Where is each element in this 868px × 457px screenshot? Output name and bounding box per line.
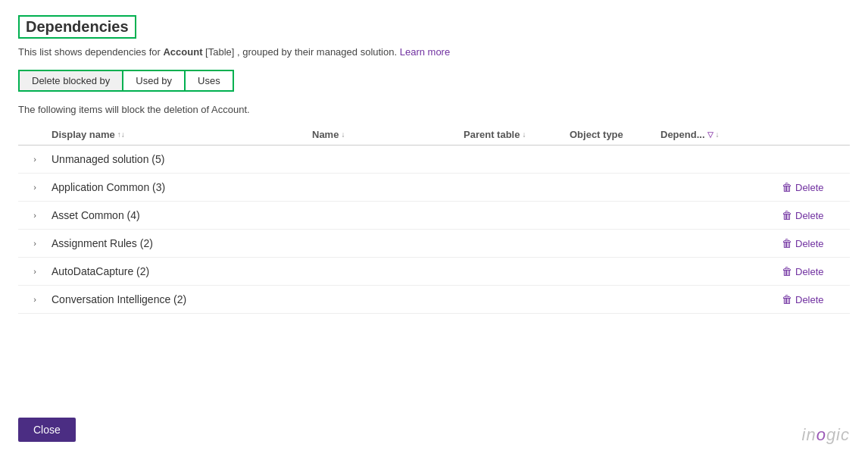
expand-button[interactable]: ›	[18, 155, 52, 164]
expand-button[interactable]: ›	[18, 183, 52, 192]
description-text: This list shows dependencies for Account…	[18, 46, 850, 58]
chevron-right-icon: ›	[33, 183, 36, 192]
chevron-right-icon: ›	[33, 295, 36, 304]
trash-icon: 🗑	[782, 265, 792, 277]
expand-button[interactable]: ›	[18, 211, 52, 220]
trash-icon: 🗑	[782, 181, 792, 193]
expand-button[interactable]: ›	[18, 239, 52, 248]
col-header-object-type: Object type	[570, 129, 660, 140]
delete-button[interactable]: 🗑 Delete	[782, 209, 824, 221]
delete-button[interactable]: 🗑 Delete	[782, 265, 824, 277]
col-header-depend[interactable]: Depend... ▽ ↓	[660, 129, 782, 140]
watermark: inogic	[802, 425, 851, 445]
delete-button[interactable]: 🗑 Delete	[782, 293, 824, 305]
table-row: › Unmanaged solution (5)	[18, 146, 850, 174]
chevron-right-icon: ›	[33, 155, 36, 164]
delete-button[interactable]: 🗑 Delete	[782, 181, 824, 193]
table-row: › Asset Common (4) 🗑 Delete	[18, 202, 850, 230]
chevron-right-icon: ›	[33, 267, 36, 276]
row-display-name: Application Common (3)	[52, 181, 312, 193]
col-header-display-name[interactable]: Display name ↑↓	[52, 129, 312, 140]
row-action[interactable]: 🗑 Delete	[782, 293, 850, 305]
chevron-right-icon: ›	[33, 211, 36, 220]
trash-icon: 🗑	[782, 237, 792, 249]
row-display-name: AutoDataCapture (2)	[52, 265, 312, 277]
learn-more-link[interactable]: Learn more	[400, 46, 450, 58]
row-action[interactable]: 🗑 Delete	[782, 237, 850, 249]
main-container: Dependencies This list shows dependencie…	[0, 0, 868, 329]
row-display-name: Unmanaged solution (5)	[52, 153, 312, 165]
row-display-name: Assignment Rules (2)	[52, 237, 312, 249]
table-row: › Conversation Intelligence (2) 🗑 Delete	[18, 286, 850, 314]
name-sort-icon: ↓	[341, 130, 345, 139]
table-row: › Assignment Rules (2) 🗑 Delete	[18, 230, 850, 258]
table-body: › Unmanaged solution (5) › Application C…	[18, 146, 850, 314]
tab-delete-blocked-by[interactable]: Delete blocked by	[18, 70, 123, 92]
row-action[interactable]: 🗑 Delete	[782, 209, 850, 221]
watermark-dot: o	[816, 425, 826, 444]
chevron-right-icon: ›	[33, 239, 36, 248]
table-header: Display name ↑↓ Name ↓ Parent table ↓ Ob…	[18, 124, 850, 146]
tab-group: Delete blocked by Used by Uses	[18, 70, 850, 92]
close-button[interactable]: Close	[18, 418, 76, 442]
trash-icon: 🗑	[782, 209, 792, 221]
delete-button[interactable]: 🗑 Delete	[782, 237, 824, 249]
expand-button[interactable]: ›	[18, 267, 52, 276]
table-row: › Application Common (3) 🗑 Delete	[18, 174, 850, 202]
parent-sort-icon: ↓	[522, 130, 526, 139]
row-action[interactable]: 🗑 Delete	[782, 265, 850, 277]
col-header-name[interactable]: Name ↓	[312, 129, 464, 140]
watermark-text: in	[802, 425, 816, 444]
trash-icon: 🗑	[782, 293, 792, 305]
depend-filter-icon: ▽	[707, 130, 713, 139]
tab-used-by[interactable]: Used by	[123, 70, 186, 92]
info-text: The following items will block the delet…	[18, 104, 850, 115]
depend-sort-icon: ↓	[716, 130, 720, 139]
expand-button[interactable]: ›	[18, 295, 52, 304]
row-action[interactable]: 🗑 Delete	[782, 181, 850, 193]
tab-uses[interactable]: Uses	[186, 70, 234, 92]
row-display-name: Conversation Intelligence (2)	[52, 293, 312, 305]
page-title: Dependencies	[18, 15, 136, 39]
table-row: › AutoDataCapture (2) 🗑 Delete	[18, 258, 850, 286]
row-display-name: Asset Common (4)	[52, 209, 312, 221]
col-header-parent-table[interactable]: Parent table ↓	[464, 129, 570, 140]
display-name-sort-icon: ↑↓	[117, 130, 125, 139]
